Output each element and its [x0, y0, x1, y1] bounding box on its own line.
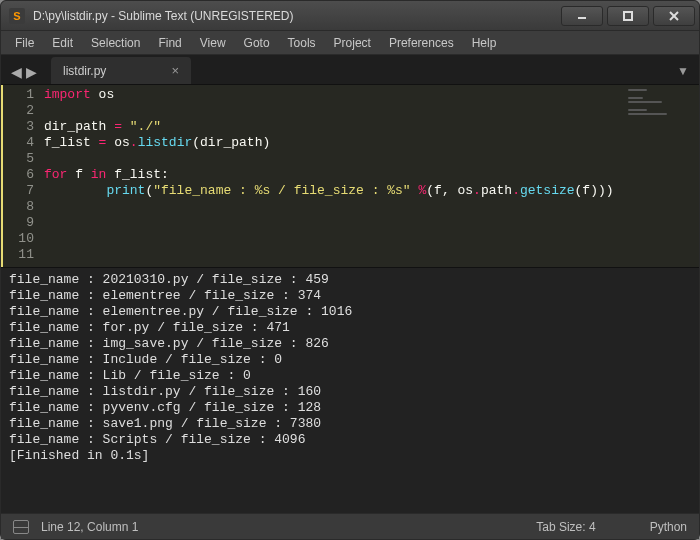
code-line[interactable]: f_list = os.listdir(dir_path): [44, 135, 614, 151]
minimap[interactable]: [622, 85, 699, 267]
status-indent[interactable]: Tab Size: 4: [536, 520, 595, 534]
menu-help[interactable]: Help: [464, 34, 505, 52]
maximize-button[interactable]: [607, 6, 649, 26]
line-number: 4: [3, 135, 34, 151]
line-number: 11: [3, 247, 34, 263]
line-number: 7: [3, 183, 34, 199]
output-line: file_name : Include / file_size : 0: [9, 352, 691, 368]
status-cursor[interactable]: Line 12, Column 1: [41, 520, 138, 534]
menu-find[interactable]: Find: [150, 34, 189, 52]
output-line: file_name : listdir.py / file_size : 160: [9, 384, 691, 400]
app-icon: S: [9, 8, 25, 24]
code-line[interactable]: [44, 199, 614, 215]
menu-file[interactable]: File: [7, 34, 42, 52]
menu-view[interactable]: View: [192, 34, 234, 52]
line-number: 10: [3, 231, 34, 247]
editor[interactable]: 1234567891011 import osdir_path = "./"f_…: [1, 85, 699, 267]
code-line[interactable]: [44, 247, 614, 263]
status-syntax[interactable]: Python: [650, 520, 687, 534]
line-number: 1: [3, 87, 34, 103]
nav-forward-icon[interactable]: ▶: [24, 64, 39, 80]
output-finished: [Finished in 0.1s]: [9, 448, 691, 464]
code-line[interactable]: for f in f_list:: [44, 167, 614, 183]
menu-goto[interactable]: Goto: [236, 34, 278, 52]
output-panel[interactable]: file_name : 20210310.py / file_size : 45…: [1, 267, 699, 513]
line-number: 3: [3, 119, 34, 135]
statusbar: Line 12, Column 1 Tab Size: 4 Python: [1, 513, 699, 539]
output-line: file_name : Lib / file_size : 0: [9, 368, 691, 384]
window-title: D:\py\listdir.py - Sublime Text (UNREGIS…: [33, 9, 294, 23]
line-number: 2: [3, 103, 34, 119]
code-line[interactable]: [44, 215, 614, 231]
output-line: file_name : elementree.py / file_size : …: [9, 304, 691, 320]
titlebar[interactable]: S D:\py\listdir.py - Sublime Text (UNREG…: [1, 1, 699, 31]
line-number: 6: [3, 167, 34, 183]
minimize-button[interactable]: [561, 6, 603, 26]
nav-back-icon[interactable]: ◀: [9, 64, 24, 80]
output-line: file_name : pyvenv.cfg / file_size : 128: [9, 400, 691, 416]
output-line: file_name : save1.png / file_size : 7380: [9, 416, 691, 432]
output-line: file_name : 20210310.py / file_size : 45…: [9, 272, 691, 288]
menu-project[interactable]: Project: [326, 34, 379, 52]
output-line: file_name : Scripts / file_size : 4096: [9, 432, 691, 448]
line-number: 5: [3, 151, 34, 167]
gutter: 1234567891011: [1, 85, 44, 267]
output-line: file_name : img_save.py / file_size : 82…: [9, 336, 691, 352]
menu-selection[interactable]: Selection: [83, 34, 148, 52]
menu-edit[interactable]: Edit: [44, 34, 81, 52]
code-line[interactable]: print("file_name : %s / file_size : %s" …: [44, 183, 614, 199]
line-number: 8: [3, 199, 34, 215]
close-icon: [668, 10, 680, 22]
tab-listdir[interactable]: listdir.py ×: [51, 57, 191, 84]
panel-switcher-icon[interactable]: [13, 520, 29, 534]
tab-label: listdir.py: [63, 64, 106, 78]
output-line: file_name : elementree / file_size : 374: [9, 288, 691, 304]
line-number: 9: [3, 215, 34, 231]
code-line[interactable]: [44, 151, 614, 167]
app-window: S D:\py\listdir.py - Sublime Text (UNREG…: [0, 0, 700, 540]
tabs-dropdown-icon[interactable]: ▼: [677, 64, 699, 84]
app-icon-letter: S: [13, 10, 20, 22]
code-area[interactable]: import osdir_path = "./"f_list = os.list…: [44, 85, 622, 267]
code-line[interactable]: dir_path = "./": [44, 119, 614, 135]
tab-nav: ◀ ▶: [5, 64, 45, 84]
code-line[interactable]: [44, 231, 614, 247]
output-line: file_name : for.py / file_size : 471: [9, 320, 691, 336]
menu-preferences[interactable]: Preferences: [381, 34, 462, 52]
tab-row: ◀ ▶ listdir.py × ▼: [1, 55, 699, 85]
tab-close-icon[interactable]: ×: [171, 63, 179, 78]
menu-tools[interactable]: Tools: [280, 34, 324, 52]
minimize-icon: [576, 10, 588, 22]
code-line[interactable]: import os: [44, 87, 614, 103]
menubar: FileEditSelectionFindViewGotoToolsProjec…: [1, 31, 699, 55]
svg-rect-1: [624, 12, 632, 20]
maximize-icon: [622, 10, 634, 22]
close-button[interactable]: [653, 6, 695, 26]
code-line[interactable]: [44, 103, 614, 119]
